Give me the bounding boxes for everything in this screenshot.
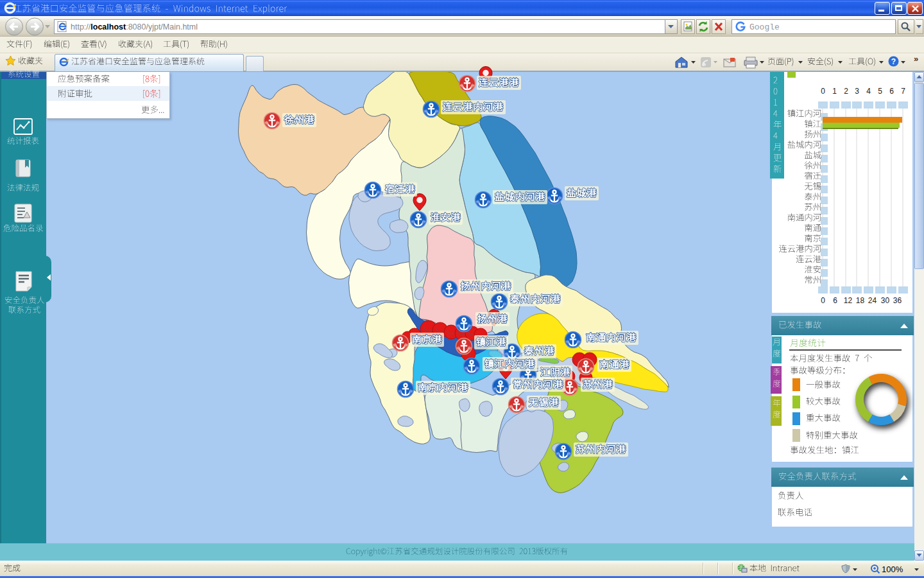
svg-text:?: ?	[891, 57, 896, 66]
